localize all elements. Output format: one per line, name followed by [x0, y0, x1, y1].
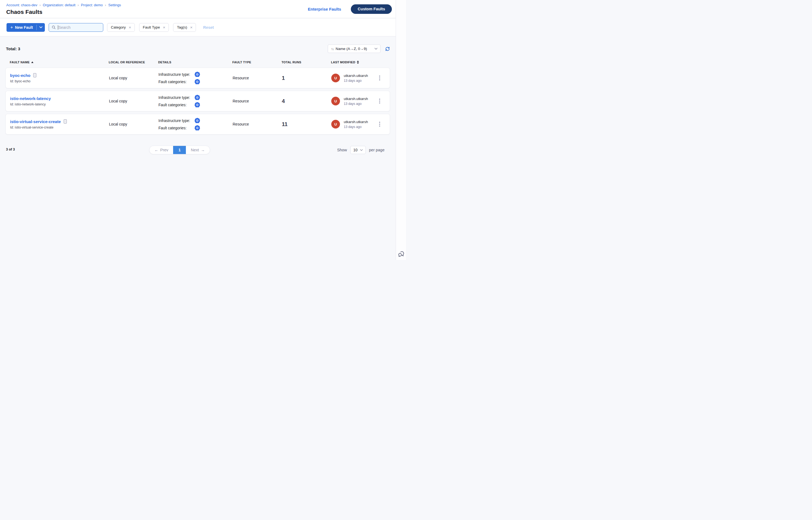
filter-chip-label: Tag(s): [177, 25, 187, 29]
breadcrumb-separator: ›: [78, 3, 79, 7]
fault-type-value: Resource: [233, 99, 282, 103]
modified-ago: 13 days ago: [344, 79, 368, 83]
chat-help-button[interactable]: [397, 250, 405, 258]
right-gutter: [396, 0, 406, 260]
page-title: Chaos Faults: [6, 9, 121, 15]
copy-id-icon[interactable]: [33, 73, 36, 77]
text-caret: [58, 25, 58, 30]
refresh-button[interactable]: [385, 47, 390, 51]
prev-page-button[interactable]: ← Prev: [150, 146, 173, 154]
avatar: U: [331, 74, 340, 82]
sort-arrows-icon: ↑↓: [331, 47, 333, 51]
local-or-reference-value: Local copy: [109, 76, 158, 80]
breadcrumb-separator: ›: [105, 3, 106, 7]
filter-chip-label: Category: [111, 25, 126, 29]
page-size-value: 10: [353, 148, 358, 152]
sort-asc-icon: [31, 61, 33, 63]
table-row[interactable]: istio-virtual-service-create Id: istio-v…: [5, 114, 390, 134]
kubernetes-icon: [195, 102, 200, 108]
kubernetes-icon: [195, 72, 200, 77]
kebab-menu-button[interactable]: [378, 74, 381, 81]
plus-icon: +: [10, 25, 13, 30]
chevron-down-icon: [375, 48, 378, 50]
sort-dropdown-value: Name (A→Z, 0→9): [336, 47, 375, 51]
kubernetes-icon: [195, 125, 200, 131]
kubernetes-icon: [195, 95, 200, 100]
close-icon[interactable]: ×: [190, 25, 193, 29]
table-header-row: FAULT NAME LOCAL OR REFERENCE DETAILS FA…: [5, 59, 390, 66]
breadcrumb: Account: chaos-dev › Organization: defau…: [6, 3, 121, 7]
table-row[interactable]: istio-network-latency Id: istio-network-…: [5, 91, 390, 111]
fault-name-link[interactable]: istio-network-latency: [10, 96, 51, 101]
local-or-reference-value: Local copy: [109, 122, 158, 126]
pager: ← Prev 1 Next →: [149, 146, 210, 154]
fault-id: Id: byoc-echo: [10, 79, 109, 83]
modified-by: utkarsh.utkarsh: [344, 97, 368, 101]
page-size-dropdown[interactable]: 10: [350, 146, 366, 154]
top-header: Account: chaos-dev › Organization: defau…: [0, 0, 396, 18]
local-or-reference-value: Local copy: [109, 99, 158, 103]
close-icon[interactable]: ×: [163, 25, 165, 29]
fault-name-link[interactable]: istio-virtual-service-create: [10, 119, 61, 124]
table-row[interactable]: byoc-echo Id: byoc-echo Local copy Infra…: [5, 68, 390, 88]
breadcrumb-account-link[interactable]: Account: chaos-dev: [6, 3, 37, 7]
chevron-down-icon: [360, 149, 363, 151]
modified-by: utkarsh.utkarsh: [344, 74, 368, 78]
close-icon[interactable]: ×: [129, 25, 131, 29]
fault-name-link[interactable]: byoc-echo: [10, 73, 30, 78]
avatar: U: [331, 120, 340, 129]
fault-categories-label: Fault categories:: [158, 80, 195, 84]
modified-by: utkarsh.utkarsh: [344, 120, 368, 124]
fault-type-value: Resource: [233, 76, 282, 80]
breadcrumb-settings-link[interactable]: Settings: [108, 3, 121, 7]
kebab-menu-button[interactable]: [378, 121, 381, 128]
fault-categories-label: Fault categories:: [158, 126, 195, 130]
fault-id: Id: istio-network-latency: [10, 102, 109, 106]
kebab-menu-button[interactable]: [378, 98, 381, 105]
total-runs-value: 1: [282, 75, 331, 81]
new-fault-label: New Fault: [15, 25, 33, 30]
page-summary: 3 of 3: [6, 148, 15, 151]
copy-id-icon[interactable]: [64, 119, 67, 124]
infrastructure-type-label: Infrastructure type:: [158, 72, 195, 77]
column-header-last-modified[interactable]: LAST MODIFIED: [331, 60, 376, 64]
avatar: U: [331, 97, 340, 105]
column-header-fault-name[interactable]: FAULT NAME: [10, 60, 109, 64]
arrow-right-icon: →: [201, 148, 205, 152]
per-page-label: per page: [369, 148, 384, 152]
enterprise-faults-tab[interactable]: Enterprise Faults: [308, 7, 341, 11]
kubernetes-icon: [195, 79, 200, 84]
show-label: Show: [337, 148, 347, 152]
column-header-details: DETAILS: [158, 60, 232, 64]
filter-chip-label: Fault Type: [143, 25, 160, 29]
chevron-down-icon[interactable]: [37, 26, 45, 28]
column-header-fault-type: FAULT TYPE: [232, 60, 282, 64]
column-header-total-runs: TOTAL RUNS: [282, 60, 331, 64]
custom-faults-tab[interactable]: Custom Faults: [351, 4, 392, 14]
search-box: [49, 23, 103, 32]
breadcrumb-separator: ›: [40, 3, 41, 7]
page-number-button[interactable]: 1: [173, 146, 186, 154]
total-count: Total: 3: [6, 47, 20, 51]
new-fault-button[interactable]: + New Fault: [6, 23, 45, 32]
fault-id: Id: istio-virtual-service-create: [10, 126, 109, 129]
modified-ago: 13 days ago: [344, 125, 368, 129]
fault-categories-label: Fault categories:: [158, 103, 195, 107]
reset-filters-button[interactable]: Reset: [203, 25, 214, 30]
infrastructure-type-label: Infrastructure type:: [158, 119, 195, 123]
next-page-button[interactable]: Next →: [186, 146, 209, 154]
breadcrumb-project-link[interactable]: Project: demo: [81, 3, 103, 7]
total-runs-value: 11: [282, 121, 331, 127]
toolbar: + New Fault Category × Fault Type × Tag(…: [0, 19, 396, 36]
filter-chip-tags[interactable]: Tag(s) ×: [173, 23, 196, 32]
filter-chip-fault-type[interactable]: Fault Type ×: [139, 23, 169, 32]
breadcrumb-organization-link[interactable]: Organization: default: [43, 3, 76, 7]
search-icon: [52, 25, 56, 29]
fault-type-value: Resource: [233, 122, 282, 126]
kubernetes-icon: [195, 118, 200, 123]
sort-dropdown[interactable]: ↑↓ Name (A→Z, 0→9): [328, 45, 380, 53]
arrow-left-icon: ←: [154, 148, 158, 152]
filter-chip-category[interactable]: Category ×: [107, 23, 135, 32]
search-input[interactable]: [58, 25, 97, 30]
modified-ago: 13 days ago: [344, 102, 368, 106]
